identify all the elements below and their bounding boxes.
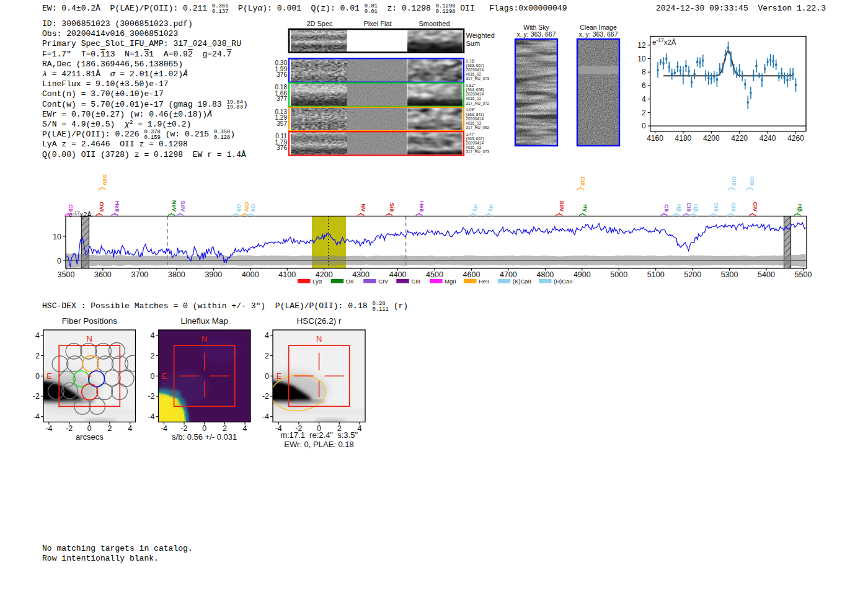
- svg-text:2: 2: [642, 109, 646, 117]
- svg-text:Hβ: Hβ: [693, 204, 699, 212]
- svg-text:OIII: OIII: [731, 176, 738, 186]
- svg-text:CIV: CIV: [378, 278, 389, 285]
- svg-text:5500: 5500: [795, 270, 812, 279]
- svg-text:1.47": 1.47": [466, 132, 476, 136]
- svg-text:4: 4: [265, 331, 269, 340]
- svg-text:2: 2: [265, 352, 269, 360]
- svg-text:-4: -4: [148, 412, 154, 421]
- svg-text:12: 12: [637, 41, 646, 50]
- svg-text:OIII: OIII: [713, 202, 720, 212]
- svg-text:NV: NV: [360, 203, 367, 212]
- svg-text:Lyα: Lyα: [312, 278, 322, 285]
- svg-text:x, y: 363, 667: x, y: 363, 667: [516, 30, 556, 38]
- svg-text:0: 0: [202, 424, 206, 433]
- svg-text:5000: 5000: [610, 270, 627, 279]
- svg-text:1.09": 1.09": [466, 107, 476, 112]
- svg-text:CIII: CIII: [686, 203, 693, 212]
- svg-text:CII: CII: [663, 204, 670, 212]
- svg-text:317_RU_073: 317_RU_073: [466, 149, 490, 154]
- svg-text:Hβ: Hβ: [797, 204, 804, 212]
- svg-text:Hγ: Hγ: [582, 204, 589, 212]
- svg-text:10: 10: [53, 233, 61, 241]
- svg-text:-2: -2: [33, 392, 40, 401]
- svg-text:OVI: OVI: [99, 202, 105, 212]
- svg-text:-2: -2: [180, 424, 187, 433]
- svg-text:5200: 5200: [684, 270, 701, 279]
- svg-text:-2: -2: [66, 424, 73, 433]
- svg-text:4: 4: [151, 331, 155, 340]
- svg-text:EWr: 0, PLAE: 0.18: EWr: 0, PLAE: 0.18: [284, 440, 353, 449]
- svg-text:4400: 4400: [389, 270, 407, 279]
- svg-text:376: 376: [277, 71, 287, 78]
- svg-text:4: 4: [128, 424, 132, 433]
- svg-text:MgII: MgII: [445, 278, 456, 285]
- svg-text:HeII: HeII: [479, 278, 489, 285]
- svg-text:N: N: [87, 334, 92, 344]
- svg-text:4260: 4260: [787, 134, 804, 143]
- svg-text:2: 2: [223, 424, 227, 433]
- svg-text:CIV: CIV: [244, 202, 250, 213]
- svg-text:N: N: [316, 334, 322, 344]
- svg-text:SiIV: SiIV: [559, 200, 565, 212]
- svg-text:2: 2: [35, 352, 40, 360]
- svg-text:376: 376: [277, 144, 287, 151]
- svg-text:E: E: [277, 371, 282, 381]
- svg-text:E: E: [46, 371, 52, 381]
- svg-text:E: E: [162, 371, 167, 381]
- svg-text:(H)CaII: (H)CaII: [554, 278, 573, 285]
- svg-text:CIII: CIII: [411, 278, 420, 285]
- svg-text:CII: CII: [68, 204, 74, 212]
- svg-text:Lineflux Map: Lineflux Map: [180, 316, 228, 326]
- svg-text:4600: 4600: [463, 270, 480, 279]
- svg-text:Weighted: Weighted: [466, 32, 495, 39]
- svg-text:HSC(26.2) r: HSC(26.2) r: [297, 316, 342, 326]
- svg-text:0.75": 0.75": [466, 59, 476, 63]
- svg-text:5300: 5300: [721, 270, 738, 279]
- svg-text:CIV: CIV: [752, 202, 759, 213]
- svg-text:HeII: HeII: [114, 201, 121, 212]
- svg-text:4160: 4160: [647, 134, 663, 143]
- svg-text:20200414: 20200414: [466, 92, 484, 96]
- svg-text:e-17x2Å: e-17x2Å: [652, 37, 676, 46]
- svg-text:5100: 5100: [647, 270, 665, 279]
- svg-text:20200414: 20200414: [466, 68, 484, 72]
- svg-text:Hγ: Hγ: [488, 204, 495, 212]
- svg-text:-4: -4: [33, 412, 40, 421]
- svg-text:2D Spec: 2D Spec: [306, 20, 333, 27]
- svg-text:4200: 4200: [703, 134, 720, 143]
- svg-text:317_RU_072: 317_RU_072: [466, 101, 490, 106]
- svg-text:arcsecs: arcsecs: [76, 432, 104, 442]
- svg-text:-4: -4: [161, 424, 167, 433]
- svg-text:-4: -4: [262, 412, 269, 421]
- svg-text:377: 377: [277, 96, 287, 102]
- svg-text:SiIV: SiIV: [180, 200, 187, 212]
- svg-text:4500: 4500: [426, 270, 443, 279]
- svg-text:0: 0: [265, 372, 269, 381]
- svg-text:HeII: HeII: [418, 201, 425, 212]
- svg-text:4180: 4180: [675, 134, 692, 143]
- svg-text:3900: 3900: [205, 270, 222, 279]
- svg-text:m:17.1 re:2.4" s:3.5": m:17.1 re:2.4" s:3.5": [280, 430, 358, 440]
- svg-text:OII: OII: [236, 204, 242, 212]
- svg-text:4100: 4100: [278, 270, 296, 279]
- svg-text:317_RU_073: 317_RU_073: [466, 76, 490, 81]
- svg-text:0: 0: [151, 372, 155, 381]
- svg-text:4000: 4000: [242, 270, 259, 279]
- svg-text:0: 0: [57, 257, 61, 265]
- svg-text:5400: 5400: [758, 270, 775, 279]
- svg-text:-2: -2: [148, 392, 154, 401]
- svg-text:OII: OII: [250, 204, 257, 212]
- svg-text:NeV: NeV: [171, 200, 178, 212]
- svg-text:4900: 4900: [574, 270, 591, 279]
- svg-text:3700: 3700: [131, 270, 148, 279]
- svg-text:0: 0: [642, 122, 646, 130]
- svg-text:4220: 4220: [731, 134, 748, 143]
- svg-text:4300: 4300: [352, 270, 370, 279]
- svg-text:SiII: SiII: [389, 203, 396, 212]
- svg-text:0: 0: [87, 424, 92, 433]
- svg-text:3600: 3600: [94, 270, 112, 279]
- svg-text:3500: 3500: [58, 270, 75, 279]
- svg-text:CIII: CIII: [580, 177, 587, 186]
- svg-text:N: N: [202, 334, 207, 344]
- svg-text:0.82": 0.82": [466, 83, 476, 87]
